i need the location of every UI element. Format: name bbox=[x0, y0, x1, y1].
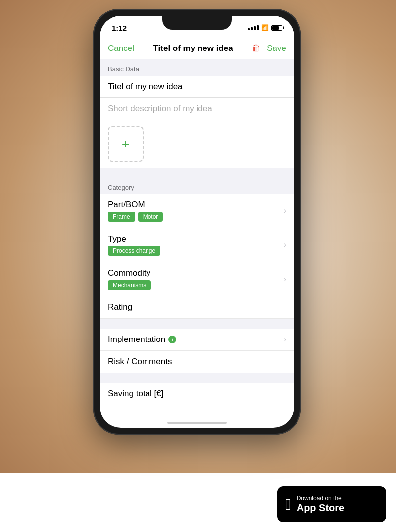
commodity-item[interactable]: Commodity Mechanisms › bbox=[100, 262, 294, 296]
navigation-bar: Cancel Titel of my new idea 🗑 Save bbox=[100, 38, 294, 59]
status-time: 1:12 bbox=[112, 22, 127, 32]
category-header: Category bbox=[100, 178, 294, 194]
part-bom-item[interactable]: Part/BOM Frame Motor › bbox=[100, 194, 294, 228]
badge-line1: Download on the bbox=[297, 495, 345, 502]
signal-icon bbox=[248, 25, 259, 30]
description-field[interactable]: Short description of my idea bbox=[100, 98, 294, 120]
type-item[interactable]: Type Process change › bbox=[100, 228, 294, 262]
saving-section: Saving total [€] Enter Saving total [€] bbox=[100, 383, 294, 411]
implementation-item[interactable]: Implementation i › bbox=[100, 329, 294, 351]
save-button[interactable]: Save bbox=[267, 44, 286, 53]
wifi-icon: 📶 bbox=[261, 24, 269, 31]
apple-logo-icon:  bbox=[285, 496, 291, 512]
cancel-button[interactable]: Cancel bbox=[108, 44, 134, 53]
type-tags: Process change bbox=[108, 246, 280, 256]
tag-mechanisms: Mechanisms bbox=[108, 280, 151, 290]
rating-label: Rating bbox=[108, 302, 132, 312]
home-indicator bbox=[167, 422, 227, 424]
nav-right-actions: 🗑 Save bbox=[252, 43, 286, 53]
badge-line2: App Store bbox=[297, 502, 345, 514]
category-section: Category Part/BOM Frame Motor › bbox=[100, 178, 294, 319]
commodity-tags: Mechanisms bbox=[108, 280, 280, 290]
info-icon: i bbox=[168, 336, 176, 343]
saving-label: Saving total [€] bbox=[100, 383, 294, 405]
notch bbox=[162, 16, 232, 30]
phone-screen: 1:12 📶 Cancel Titel of m bbox=[100, 16, 294, 428]
status-icons: 📶 bbox=[248, 22, 282, 31]
title-field[interactable]: Titel of my new idea bbox=[100, 76, 294, 98]
basic-data-header: Basic Data bbox=[100, 59, 294, 76]
commodity-label: Commodity bbox=[108, 268, 280, 278]
nav-title: Titel of my new idea bbox=[153, 44, 233, 53]
app-store-badge[interactable]:  Download on the App Store bbox=[277, 486, 386, 522]
tag-process-change: Process change bbox=[108, 246, 160, 256]
image-add-container: + bbox=[100, 120, 294, 168]
part-bom-label: Part/BOM bbox=[108, 200, 280, 210]
rating-item[interactable]: Rating bbox=[100, 296, 294, 319]
tag-motor: Motor bbox=[138, 212, 163, 222]
tag-frame: Frame bbox=[108, 212, 135, 222]
battery-icon bbox=[271, 25, 282, 31]
phone-body: 1:12 📶 Cancel Titel of m bbox=[93, 9, 301, 435]
risk-label: Risk / Comments bbox=[108, 357, 172, 366]
implementation-chevron: › bbox=[284, 335, 286, 344]
part-bom-tags: Frame Motor bbox=[108, 212, 280, 222]
phone-device: 1:12 📶 Cancel Titel of m bbox=[93, 9, 301, 435]
delete-button[interactable]: 🗑 bbox=[252, 43, 261, 53]
implementation-label: Implementation i bbox=[108, 335, 176, 344]
saving-input[interactable]: Enter Saving total [€] bbox=[100, 405, 294, 411]
commodity-chevron: › bbox=[284, 275, 286, 284]
type-label: Type bbox=[108, 234, 280, 244]
risk-item[interactable]: Risk / Comments bbox=[100, 351, 294, 373]
type-chevron: › bbox=[284, 241, 286, 249]
add-image-button[interactable]: + bbox=[108, 126, 144, 162]
form-content: Basic Data Titel of my new idea Short de… bbox=[100, 59, 294, 411]
part-bom-chevron: › bbox=[284, 206, 286, 215]
